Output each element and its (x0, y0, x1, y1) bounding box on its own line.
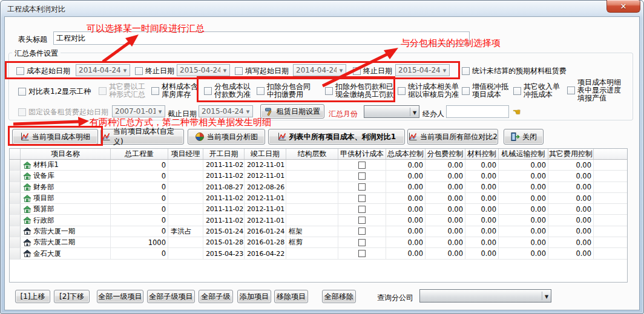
checkbox-box[interactable] (204, 87, 212, 95)
row-selector[interactable] (10, 226, 21, 237)
current-project-cost-custom-button[interactable]: 当前项目成本(自定义) (100, 129, 184, 145)
all-level1-projects-button[interactable]: 全部一级项目 (97, 290, 143, 303)
checkbox-cost-start-date[interactable]: 成本起始日期 (16, 66, 70, 76)
checkbox-otherincome-offset[interactable]: 其它收入单冲抵成本 (513, 83, 561, 99)
close-dialog-button[interactable]: 关闭 (504, 129, 544, 145)
current-project-analysis-chart-button[interactable]: 当前项目分析图 (188, 129, 265, 145)
current-project-parts-compare-button[interactable]: 当前项目所有部位对比2 (407, 129, 498, 145)
move-up-button[interactable]: [1]上移 (15, 290, 50, 303)
remove-project-button[interactable]: 移除项目 (274, 290, 308, 303)
row-selector[interactable] (10, 237, 21, 247)
owner-material-checkbox[interactable] (358, 206, 366, 213)
remove-all-button[interactable]: 全部移除 (322, 290, 356, 303)
header-start-date[interactable]: 开工日期 (203, 149, 245, 159)
table-row[interactable]: 东营大厦二期 1000 2015-01-28 2016-01-28 框剪 0.0… (10, 237, 627, 248)
checkbox-box[interactable] (462, 67, 470, 75)
owner-material-checkbox[interactable] (358, 195, 366, 202)
table-row[interactable]: 财务部 0 2011-08-27 2012-08-26 0.00 0.00 0.… (10, 182, 627, 193)
fill-start-date-combo[interactable]: 2014-04-24 (293, 64, 346, 76)
chevron-down-icon[interactable] (243, 107, 252, 116)
agent-input[interactable] (446, 105, 509, 118)
owner-material-checkbox[interactable] (358, 217, 366, 224)
checkbox-box[interactable] (16, 67, 24, 75)
chevron-down-icon[interactable] (156, 107, 165, 116)
chevron-down-icon[interactable] (410, 108, 419, 116)
header-structure-floors[interactable]: 结构层数 (286, 149, 338, 159)
all-projects-cost-profit-compare-button[interactable]: 列表中所有项目成本、利润对比1 (268, 129, 405, 145)
owner-material-checkbox[interactable] (358, 183, 366, 191)
checkbox-box[interactable] (567, 87, 575, 94)
checkbox-material-incl-warehouse[interactable]: 材料成本含库房库存 (151, 83, 199, 99)
current-project-cost-detail-button[interactable]: 当前项目成本明细 (12, 129, 98, 145)
checkbox-show-worktype[interactable]: 对比表1,2显示工种 (18, 87, 91, 97)
checkbox-box[interactable] (257, 87, 264, 95)
header-owner-material-cost[interactable]: 甲供材计成本 (338, 149, 386, 159)
chevron-down-icon[interactable] (542, 292, 551, 300)
checkbox-deduct-penalties[interactable]: 扣除外包罚款和已现金缴纳员工罚款 (325, 83, 395, 99)
checkbox-vat-offset[interactable]: 增值税冲抵项目成本 (462, 83, 511, 99)
header-subcontract-control[interactable]: 分包费控制 (426, 149, 465, 159)
checkbox-box[interactable] (462, 87, 470, 95)
cost-end-date-combo[interactable]: 2015-04-24 (177, 64, 230, 76)
owner-material-checkbox[interactable] (358, 162, 366, 169)
rental-start-date-combo[interactable]: 2007-01-01 (112, 105, 165, 117)
header-project-name[interactable]: 项目名称 (21, 149, 111, 159)
add-project-button[interactable]: 添加项目 (237, 290, 271, 303)
rental-date-settings-button[interactable]: 租赁日期设置 (260, 104, 324, 119)
checkbox-box[interactable] (398, 87, 406, 95)
row-selector[interactable] (10, 204, 21, 214)
row-selector[interactable] (10, 182, 21, 192)
checkbox-deduct-contract-fees[interactable]: 扣除分包合同中扣缴费用 (257, 83, 312, 99)
header-title-input[interactable] (53, 31, 470, 45)
row-selector[interactable] (10, 215, 21, 225)
cost-start-date-combo[interactable]: 2014-04-24 (76, 64, 130, 76)
owner-material-checkbox[interactable] (358, 227, 366, 235)
chevron-down-icon[interactable] (120, 66, 130, 74)
header-total-cost-control[interactable]: 总成本控制 (386, 149, 426, 159)
all-children-button[interactable]: 全部子级 (199, 290, 233, 303)
table-row[interactable]: 行政部 0 2011-11-02 2012-11-01 0.00 0.00 0.… (10, 215, 627, 226)
checkbox-otherfee-by-worktype[interactable]: 其它费以工种形式汇总 (99, 83, 146, 99)
table-row[interactable]: 金石大厦 0 2015-04-23 2016-04-22 0.00 0.00 0… (10, 248, 627, 259)
chevron-down-icon[interactable] (337, 66, 346, 74)
fill-end-date-combo[interactable]: 2015-04-24 (395, 64, 450, 76)
checkbox-box[interactable] (353, 67, 361, 75)
branch-query-combo[interactable] (419, 289, 551, 303)
rental-cutoff-date-combo[interactable]: 2015-04-24 (199, 105, 253, 117)
chevron-down-icon[interactable] (220, 66, 229, 74)
header-material-control[interactable]: 材料控制 (465, 149, 499, 159)
move-down-button[interactable]: [2]下移 (54, 290, 90, 303)
checkbox-fill-end-date[interactable]: 终止日期 (353, 66, 392, 76)
owner-material-checkbox[interactable] (358, 239, 366, 246)
row-selector[interactable] (10, 193, 21, 203)
summary-month-combo[interactable] (364, 105, 419, 118)
row-selector[interactable] (10, 248, 21, 258)
chevron-down-icon[interactable] (440, 66, 449, 74)
owner-material-checkbox[interactable] (358, 250, 366, 257)
checkbox-box[interactable] (151, 87, 159, 95)
checkbox-fixed-equipment-rental[interactable]: 固定设备租赁费起始日期 (18, 107, 108, 117)
table-row[interactable]: 材料库1 0 2011-11-02 2012-11-01 0.00 0.00 0… (10, 160, 627, 171)
hand-pointer-icon[interactable]: ☚ (513, 106, 521, 117)
checkbox-box[interactable] (135, 67, 143, 75)
header-project-manager[interactable]: 项目经理 (168, 149, 203, 159)
checkbox-fill-start-date[interactable]: 填写起始日期 (235, 66, 289, 76)
header-machine-transport-control[interactable]: 机械运输控制 (499, 149, 548, 159)
checkbox-box[interactable] (235, 67, 243, 75)
table-row[interactable]: 预算部 0 2011-11-02 2012-11-01 0.00 0.00 0.… (10, 204, 627, 215)
checkbox-unsettled-rental[interactable]: 统计未结算的预期材料租赁费 (462, 66, 567, 76)
header-other-fee-control[interactable]: 其它费用控制 (548, 149, 594, 159)
header-finish-date[interactable]: 竣工日期 (245, 149, 286, 159)
checkbox-show-progress-output[interactable]: 项目成本明细表中显示进度填报产值 (567, 79, 622, 102)
checkbox-cost-end-date[interactable]: 终止日期 (135, 66, 174, 76)
checkbox-box[interactable] (18, 88, 26, 96)
table-row[interactable]: 设备库 0 2011-11-02 2012-11-01 0.00 0.00 0.… (10, 171, 627, 182)
checkbox-box[interactable] (513, 87, 521, 95)
table-row[interactable]: 东营大厦一期 0 李洪占 2015-01-24 2016-01-24 框架 0.… (10, 226, 627, 237)
owner-material-checkbox[interactable] (358, 172, 366, 180)
checkbox-audited-docs-only[interactable]: 统计成本相关单据以审核后为准 (398, 83, 460, 99)
close-button[interactable]: ✕ (606, 0, 640, 13)
row-selector[interactable] (10, 160, 21, 170)
header-total-quantity[interactable]: 总工程量 (111, 149, 168, 159)
row-selector[interactable] (10, 171, 21, 181)
